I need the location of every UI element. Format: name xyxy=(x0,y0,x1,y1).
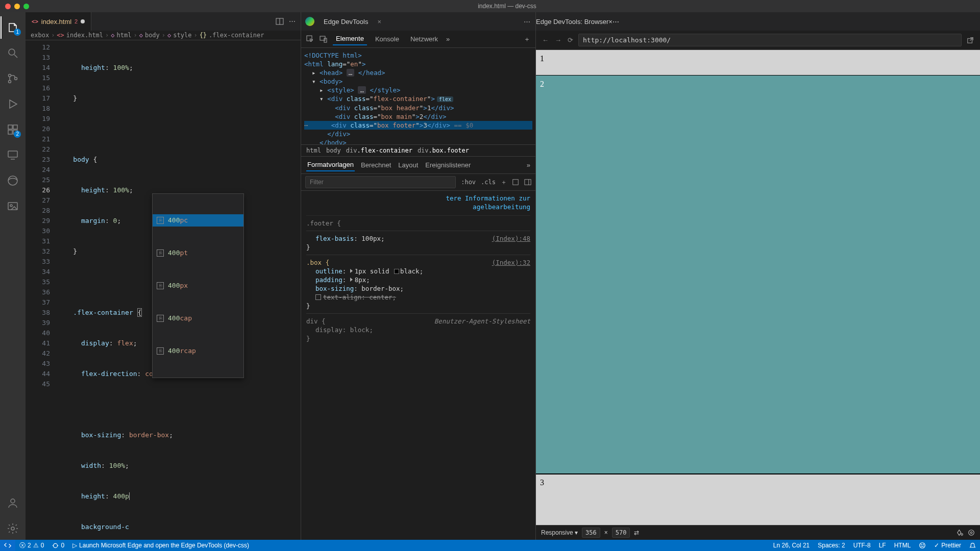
search-icon[interactable] xyxy=(1,42,25,64)
source-link[interactable]: (Index):32 xyxy=(492,258,530,267)
layout-tab[interactable]: Layout xyxy=(397,159,419,171)
account-icon[interactable] xyxy=(1,492,25,514)
settings-gear-icon[interactable] xyxy=(1,517,25,540)
toggle-sidebar-icon[interactable] xyxy=(524,179,531,186)
event-listeners-tab[interactable]: Ereignislistener xyxy=(424,159,472,171)
reload-icon[interactable]: ⟳ xyxy=(567,36,574,44)
svg-rect-22 xyxy=(513,180,519,185)
suggest-item[interactable]: ⎘400pc xyxy=(153,214,243,227)
network-tab[interactable]: Netzwerk xyxy=(407,33,441,45)
breadcrumb-item[interactable]: ◇ body xyxy=(139,32,160,39)
console-tab[interactable]: Konsole xyxy=(372,33,402,45)
tab-label[interactable]: Edge DevTools: Browser xyxy=(536,18,608,26)
viewport-width-input[interactable]: 356 xyxy=(582,528,600,538)
device-more-icon[interactable] xyxy=(968,529,975,536)
maximize-window-icon[interactable] xyxy=(23,4,29,9)
line-gutter: 12131415 16171819 20212223 24252627 2829… xyxy=(26,40,55,540)
language-mode[interactable]: HTML xyxy=(890,542,915,549)
tab-more-icon[interactable]: ⋯ xyxy=(612,18,619,26)
new-tab-icon[interactable]: ＋ xyxy=(524,35,530,44)
forward-icon[interactable]: → xyxy=(554,36,562,44)
close-tab-icon[interactable]: × xyxy=(608,18,612,26)
viewport-height-input[interactable]: 570 xyxy=(612,528,630,538)
dom-breadcrumb[interactable]: html body div.flex-container div.box.foo… xyxy=(301,145,535,157)
svg-point-2 xyxy=(9,74,11,77)
breadcrumb-item[interactable]: <> index.html xyxy=(57,32,103,39)
svg-point-0 xyxy=(9,49,15,55)
source-control-icon[interactable] xyxy=(1,67,25,90)
suggest-item[interactable]: ⎘400px xyxy=(153,280,243,292)
svg-point-27 xyxy=(969,530,974,536)
ports-status[interactable]: 0 xyxy=(48,542,68,549)
svg-rect-7 xyxy=(13,125,17,129)
indentation-status[interactable]: Spaces: 2 xyxy=(814,542,849,549)
box-main: 2 xyxy=(536,76,980,474)
close-tab-icon[interactable]: × xyxy=(373,18,385,26)
extensions-icon[interactable]: 2 xyxy=(1,118,25,141)
problems-status[interactable]: ⓧ2 ⚠0 xyxy=(15,541,48,550)
code-lines[interactable]: height: 100%; } body { height: 100%; mar… xyxy=(55,40,301,540)
dom-tree[interactable]: <!DOCTYPE html> <html lang="en"> ▸ <head… xyxy=(301,48,535,145)
css-rule: (Index):48 flex-basis: 100px; } xyxy=(306,231,530,252)
more-subtabs-icon[interactable]: » xyxy=(527,161,530,169)
breadcrumb-item[interactable]: {} .flex-container xyxy=(200,32,264,39)
svg-rect-19 xyxy=(307,36,312,41)
breadcrumb-item[interactable]: exbox xyxy=(31,32,49,39)
selected-dom-node[interactable]: ⋯ <div class="box footer">3</div> == $0 xyxy=(304,121,532,130)
close-window-icon[interactable] xyxy=(5,4,11,9)
tab-index-html[interactable]: <> index.html 2 xyxy=(26,12,91,31)
rendered-page[interactable]: 1 2 3 xyxy=(536,50,980,525)
encoding-status[interactable]: UTF-8 xyxy=(849,542,875,549)
remote-indicator[interactable] xyxy=(0,540,15,551)
run-debug-icon[interactable] xyxy=(1,93,25,115)
computed-tab[interactable]: Berechnet xyxy=(360,159,392,171)
open-external-icon[interactable] xyxy=(966,37,975,44)
breadcrumb[interactable]: exbox› <> index.html› ◇ html› ◇ body› ◇ … xyxy=(26,31,301,40)
code-editor[interactable]: 12131415 16171819 20212223 24252627 2829… xyxy=(26,40,301,540)
css-rule: (Index):32 .box { outline: 1px solid bla… xyxy=(306,255,530,310)
inspect-element-icon[interactable] xyxy=(306,35,314,43)
screenshot-icon[interactable] xyxy=(957,529,964,536)
elements-tab[interactable]: Elemente xyxy=(333,33,367,45)
eol-status[interactable]: LF xyxy=(875,542,890,549)
hov-toggle[interactable]: :hov xyxy=(461,179,476,186)
rotate-icon[interactable]: ⇄ xyxy=(634,529,639,536)
prettier-status[interactable]: ✓ Prettier xyxy=(930,542,965,549)
feedback-icon[interactable] xyxy=(915,542,930,549)
tab-label[interactable]: Edge DevTools xyxy=(318,18,373,26)
suggest-item[interactable]: ⎘400rcap xyxy=(153,345,243,357)
launch-task-status[interactable]: ▷Launch Microsoft Edge and open the Edge… xyxy=(68,542,253,549)
explorer-icon[interactable]: 1 xyxy=(1,16,25,39)
image-preview-icon[interactable] xyxy=(1,195,25,217)
app-root: 1 2 xyxy=(0,12,980,540)
cls-toggle[interactable]: .cls xyxy=(481,179,496,186)
suggest-item[interactable]: ⎘400pt xyxy=(153,247,243,259)
styles-more-icon[interactable] xyxy=(512,179,519,186)
styles-filter-input[interactable] xyxy=(305,176,456,188)
window-controls[interactable] xyxy=(0,4,34,9)
svg-rect-10 xyxy=(8,151,17,157)
cursor-position[interactable]: Ln 26, Col 21 xyxy=(769,542,814,549)
edge-tools-icon[interactable] xyxy=(1,169,25,192)
breadcrumb-item[interactable]: ◇ style xyxy=(167,32,191,39)
extensions-badge: 2 xyxy=(14,131,21,138)
device-mode-select[interactable]: Responsive ▾ xyxy=(541,529,578,536)
browser-preview-panel: Edge DevTools: Browser × ⋯ ← → ⟳ http://… xyxy=(536,12,980,540)
split-editor-icon[interactable] xyxy=(276,17,284,26)
tab-more-icon[interactable]: ⋯ xyxy=(519,18,535,26)
minimize-window-icon[interactable] xyxy=(14,4,20,9)
back-icon[interactable]: ← xyxy=(541,36,550,44)
new-style-rule-icon[interactable]: ＋ xyxy=(501,178,507,187)
notifications-icon[interactable] xyxy=(965,542,980,549)
source-link[interactable]: (Index):48 xyxy=(492,234,530,243)
autocomplete-popup[interactable]: ⎘400pc ⎘400pt ⎘400px ⎘400cap ⎘400rcap xyxy=(152,193,244,378)
device-emulation-icon[interactable] xyxy=(320,35,328,43)
styles-tab[interactable]: Formatvorlagen xyxy=(306,159,355,171)
remote-explorer-icon[interactable] xyxy=(1,144,25,166)
suggest-item[interactable]: ⎘400cap xyxy=(153,312,243,324)
styles-pane[interactable]: tere Informationen zur agelbearbeitung .… xyxy=(301,191,535,540)
more-tabs-icon[interactable]: » xyxy=(446,35,450,43)
tab-more-icon[interactable]: ⋯ xyxy=(289,17,296,26)
url-input[interactable]: http://localhost:3000/ xyxy=(578,34,962,46)
breadcrumb-item[interactable]: ◇ html xyxy=(111,32,131,39)
